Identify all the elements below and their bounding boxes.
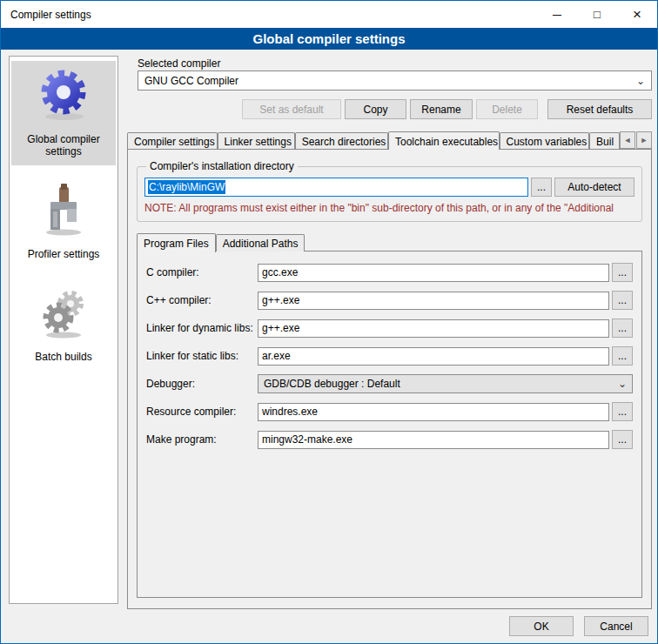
sidebar-item-global-compiler-settings[interactable]: Global compiler settings bbox=[11, 61, 116, 165]
compiler-settings-window: Compiler settings ─ □ × Global compiler … bbox=[0, 0, 658, 644]
profiler-tool-icon bbox=[36, 182, 91, 238]
rename-button[interactable]: Rename bbox=[410, 99, 473, 119]
tab-compiler-settings[interactable]: Compiler settings bbox=[127, 132, 218, 150]
compiler-combobox-value: GNU GCC Compiler bbox=[144, 75, 238, 87]
debugger-combobox[interactable]: GDB/CDB debugger : Default ⌄ bbox=[258, 374, 633, 393]
resource-compiler-label: Resource compiler: bbox=[146, 406, 258, 418]
minimize-button[interactable]: ─ bbox=[537, 1, 577, 28]
cpp-compiler-label: C++ compiler: bbox=[146, 294, 258, 306]
install-dir-group: Compiler's installation directory C:\ray… bbox=[137, 160, 642, 222]
make-program-browse-button[interactable]: ... bbox=[612, 430, 633, 449]
page-title: Global compiler settings bbox=[252, 31, 405, 46]
window-title: Compiler settings bbox=[1, 9, 537, 21]
sidebar-item-profiler-settings[interactable]: Profiler settings bbox=[11, 176, 116, 268]
c-compiler-input[interactable] bbox=[258, 264, 609, 282]
ok-button[interactable]: OK bbox=[509, 616, 574, 636]
bin-subdirectory-note: NOTE: All programs must exist either in … bbox=[144, 202, 634, 214]
debugger-combobox-value: GDB/CDB debugger : Default bbox=[264, 378, 400, 390]
cpp-compiler-row: C++ compiler: ... bbox=[146, 291, 633, 310]
close-button[interactable]: × bbox=[617, 1, 657, 28]
dialog-footer: OK Cancel bbox=[509, 616, 648, 636]
make-program-label: Make program: bbox=[146, 433, 258, 446]
install-dir-browse-button[interactable]: ... bbox=[531, 178, 552, 197]
cpp-compiler-browse-button[interactable]: ... bbox=[612, 291, 633, 310]
tab-scroll-left-button[interactable]: ◄ bbox=[620, 131, 635, 149]
auto-detect-button[interactable]: Auto-detect bbox=[554, 178, 634, 197]
compiler-combobox[interactable]: GNU GCC Compiler ⌄ bbox=[138, 70, 652, 91]
tab-custom-variables[interactable]: Custom variables bbox=[500, 132, 590, 150]
c-compiler-browse-button[interactable]: ... bbox=[612, 263, 633, 282]
c-compiler-row: C compiler: ... bbox=[146, 263, 633, 282]
tab-scroll-buttons: ◄ ► bbox=[620, 131, 652, 149]
debugger-label: Debugger: bbox=[146, 378, 258, 390]
sidebar-item-label: Batch builds bbox=[35, 351, 91, 363]
page-banner: Global compiler settings bbox=[1, 28, 657, 50]
program-files-panel: C compiler: ... C++ compiler: ... Linker… bbox=[137, 251, 642, 598]
static-linker-browse-button[interactable]: ... bbox=[612, 346, 633, 366]
subtab-program-files[interactable]: Program Files bbox=[137, 233, 216, 252]
subtab-additional-paths[interactable]: Additional Paths bbox=[216, 234, 306, 252]
selected-compiler-label: Selected compiler bbox=[138, 57, 220, 70]
compiler-actions: Set as default Copy Rename Delete Reset … bbox=[127, 99, 652, 119]
cancel-button[interactable]: Cancel bbox=[584, 616, 648, 636]
chevron-down-icon: ⌄ bbox=[636, 75, 645, 87]
sidebar-item-label: Profiler settings bbox=[28, 248, 100, 260]
maximize-button[interactable]: □ bbox=[577, 1, 617, 28]
settings-tabstrip: Compiler settings Linker settings Search… bbox=[127, 131, 652, 150]
static-linker-input[interactable] bbox=[258, 347, 609, 366]
make-program-input[interactable] bbox=[258, 431, 609, 449]
tab-build-options[interactable]: Buil bbox=[589, 132, 620, 150]
cpp-compiler-input[interactable] bbox=[258, 292, 609, 310]
tab-linker-settings[interactable]: Linker settings bbox=[218, 132, 295, 150]
install-dir-input[interactable]: C:\raylib\MinGW bbox=[144, 178, 528, 197]
gears-gray-icon bbox=[36, 285, 91, 340]
delete-button: Delete bbox=[476, 99, 538, 119]
dynamic-linker-row: Linker for dynamic libs: ... bbox=[146, 319, 633, 338]
sidebar-item-label: Global compiler settings bbox=[13, 133, 114, 158]
install-dir-selected-text: C:\raylib\MinGW bbox=[148, 180, 225, 194]
settings-category-sidebar: Global compiler settings Profiler settin… bbox=[9, 56, 118, 604]
main-panel: Selected compiler GNU GCC Compiler ⌄ Set… bbox=[127, 56, 652, 610]
c-compiler-label: C compiler: bbox=[146, 266, 258, 278]
gear-blue-icon bbox=[36, 67, 91, 123]
dynamic-linker-label: Linker for dynamic libs: bbox=[146, 322, 258, 334]
set-as-default-button: Set as default bbox=[242, 99, 341, 119]
make-program-row: Make program: ... bbox=[146, 430, 633, 449]
program-files-tabstrip: Program Files Additional Paths bbox=[137, 233, 642, 252]
reset-defaults-button[interactable]: Reset defaults bbox=[547, 99, 652, 119]
debugger-row: Debugger: GDB/CDB debugger : Default ⌄ bbox=[146, 374, 633, 393]
chevron-down-icon: ⌄ bbox=[618, 378, 627, 390]
title-bar: Compiler settings ─ □ × bbox=[1, 1, 657, 28]
resource-compiler-row: Resource compiler: ... bbox=[146, 402, 633, 421]
tab-scroll-right-button[interactable]: ► bbox=[636, 131, 652, 149]
resource-compiler-input[interactable] bbox=[258, 403, 609, 421]
sidebar-item-batch-builds[interactable]: Batch builds bbox=[11, 278, 116, 371]
dynamic-linker-input[interactable] bbox=[258, 319, 609, 338]
install-dir-group-title: Compiler's installation directory bbox=[146, 160, 298, 172]
toolchain-executables-panel: Compiler's installation directory C:\ray… bbox=[127, 149, 652, 609]
resource-compiler-browse-button[interactable]: ... bbox=[612, 402, 633, 421]
static-linker-label: Linker for static libs: bbox=[146, 350, 258, 362]
tab-search-directories[interactable]: Search directories bbox=[295, 132, 388, 150]
static-linker-row: Linker for static libs: ... bbox=[146, 346, 633, 366]
dynamic-linker-browse-button[interactable]: ... bbox=[612, 319, 633, 338]
copy-button[interactable]: Copy bbox=[345, 99, 406, 119]
tab-toolchain-executables[interactable]: Toolchain executables bbox=[388, 131, 500, 150]
